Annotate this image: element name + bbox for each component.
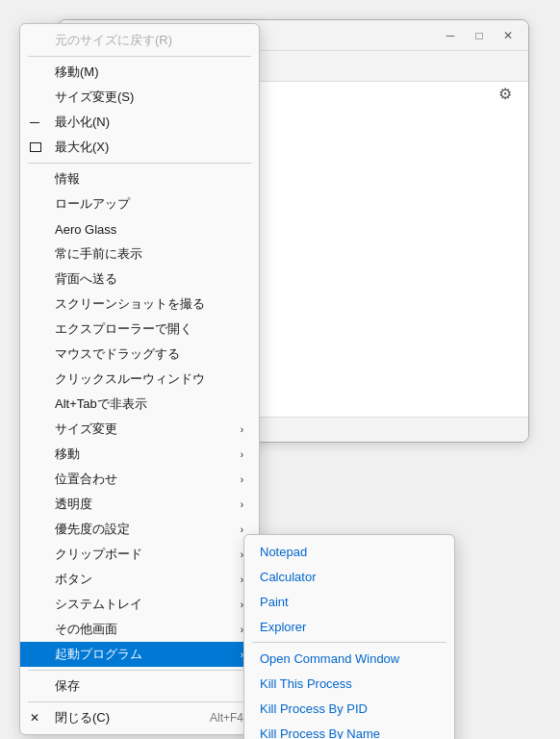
menu-item-alwaystop[interactable]: 常に手前に表示 [20, 242, 259, 267]
menu-item-otherscreen[interactable]: その他画面 › [20, 617, 259, 642]
menu-item-label: システムトレイ [55, 596, 142, 613]
menu-item-label: 元のサイズに戻す(R) [55, 32, 172, 49]
menu-item-alttabhide[interactable]: Alt+Tabで非表示 [20, 392, 259, 417]
menu-item-save[interactable]: 保存 [20, 674, 259, 699]
menu-item-resize[interactable]: サイズ変更 › [20, 417, 259, 442]
maximize-button[interactable]: □ [467, 26, 492, 45]
menu-item-label: その他画面 [55, 621, 117, 638]
menu-separator-2 [28, 163, 251, 164]
submenu-item-killprocess[interactable]: Kill This Process [244, 671, 454, 696]
submenu-item-label: Kill This Process [260, 676, 352, 691]
menu-item-label: 背面へ送る [55, 270, 117, 288]
menu-item-label: 常に手前に表示 [55, 245, 142, 263]
menu-item-label: 透明度 [55, 496, 92, 513]
menu-item-maximize[interactable]: 最大化(X) [20, 135, 259, 160]
close-button[interactable]: ✕ [496, 26, 521, 45]
submenu-item-killbypid[interactable]: Kill Process By PID [244, 696, 454, 721]
menu-item-close[interactable]: ✕ 閉じる(C) Alt+F4 [20, 705, 259, 730]
window-toolbar: ⚙ [494, 82, 517, 105]
menu-item-label: Aero Glass [55, 222, 116, 237]
submenu-item-label: Open Command Window [260, 651, 399, 666]
submenu-item-label: Notepad [260, 545, 307, 559]
menu-item-systray[interactable]: システムトレイ › [20, 592, 259, 617]
menu-item-movesub[interactable]: 移動 › [20, 442, 259, 467]
submenu-item-label: Explorer [260, 620, 306, 634]
menu-item-label: サイズ変更(S) [55, 89, 134, 106]
close-shortcut: Alt+F4 [210, 711, 243, 725]
menu-item-label: 閉じる(C) [55, 709, 110, 726]
submenu-item-label: Kill Process By Name [260, 726, 380, 740]
menu-item-clickthrough[interactable]: クリックスルーウィンドウ [20, 367, 259, 392]
menu-item-label: 最小化(N) [55, 114, 110, 131]
menu-item-aeroglass[interactable]: Aero Glass [20, 217, 259, 242]
menu-item-label: 移動(M) [55, 64, 99, 81]
menu-item-label: Alt+Tabで非表示 [55, 395, 147, 413]
submenu-item-label: Calculator [260, 570, 317, 584]
arrow-icon: › [241, 474, 243, 485]
minimize-mark-icon: ─ [30, 115, 39, 129]
menu-item-size[interactable]: サイズ変更(S) [20, 85, 259, 110]
submenu-item-explorer[interactable]: Explorer [244, 614, 454, 639]
menu-item-label: クリップボード [55, 546, 142, 563]
menu-item-align[interactable]: 位置合わせ › [20, 467, 259, 492]
submenu-item-notepad[interactable]: Notepad [244, 539, 454, 564]
title-controls: ─ □ ✕ [438, 26, 521, 45]
menu-item-info[interactable]: 情報 [20, 166, 259, 191]
maximize-mark-icon [30, 142, 41, 152]
menu-item-restore[interactable]: 元のサイズに戻す(R) [20, 28, 259, 53]
submenu-separator-1 [252, 642, 446, 643]
menu-item-label: 情報 [55, 170, 80, 188]
menu-item-label: 位置合わせ [55, 471, 117, 488]
context-menu: 元のサイズに戻す(R) 移動(M) サイズ変更(S) ─ 最小化(N) 最大化(… [19, 23, 260, 735]
arrow-icon: › [241, 524, 243, 535]
menu-item-label: 優先度の設定 [55, 521, 130, 538]
menu-item-sendback[interactable]: 背面へ送る [20, 267, 259, 292]
submenu-item-opencommand[interactable]: Open Command Window [244, 646, 454, 671]
gear-icon[interactable]: ⚙ [494, 82, 517, 105]
menu-item-minimize[interactable]: ─ 最小化(N) [20, 110, 259, 135]
submenu-item-label: Paint [260, 595, 289, 609]
menu-item-label: 起動プログラム [55, 646, 142, 663]
menu-item-label: クリックスルーウィンドウ [55, 370, 205, 388]
menu-item-screenshot[interactable]: スクリーンショットを撮る [20, 292, 259, 317]
menu-item-label: エクスプローラーで開く [55, 320, 192, 338]
minimize-button[interactable]: ─ [438, 26, 463, 45]
menu-item-move[interactable]: 移動(M) [20, 60, 259, 85]
submenu-item-killbyname[interactable]: Kill Process By Name [244, 721, 454, 739]
arrow-icon: › [241, 424, 243, 435]
menu-item-rollup[interactable]: ロールアップ [20, 191, 259, 217]
menu-item-label: ボタン [55, 571, 92, 588]
submenu-item-calculator[interactable]: Calculator [244, 564, 454, 589]
menu-item-label: サイズ変更 [55, 420, 117, 438]
arrow-icon: › [241, 499, 243, 510]
menu-separator-3 [28, 670, 251, 671]
menu-item-label: マウスでドラッグする [55, 345, 180, 363]
launcher-submenu: Notepad Calculator Paint Explorer Open C… [243, 534, 455, 739]
menu-item-button[interactable]: ボタン › [20, 567, 259, 592]
menu-item-label: スクリーンショットを撮る [55, 295, 205, 313]
close-mark-icon: ✕ [30, 711, 39, 725]
submenu-item-paint[interactable]: Paint [244, 589, 454, 614]
menu-item-openexplorer[interactable]: エクスプローラーで開く [20, 317, 259, 342]
menu-item-priority[interactable]: 優先度の設定 › [20, 517, 259, 542]
menu-item-label: 移動 [55, 446, 80, 463]
menu-item-label: 最大化(X) [55, 139, 109, 156]
arrow-icon: › [241, 449, 243, 460]
menu-item-launcher[interactable]: 起動プログラム › [20, 642, 259, 667]
menu-separator-1 [28, 56, 251, 57]
menu-item-clipboard[interactable]: クリップボード › [20, 542, 259, 567]
menu-item-label: 保存 [55, 677, 80, 695]
menu-separator-4 [28, 701, 251, 702]
menu-item-label: ロールアップ [55, 195, 130, 213]
menu-item-transparency[interactable]: 透明度 › [20, 492, 259, 517]
submenu-item-label: Kill Process By PID [260, 701, 368, 716]
menu-item-dragmouse[interactable]: マウスでドラッグする [20, 342, 259, 367]
